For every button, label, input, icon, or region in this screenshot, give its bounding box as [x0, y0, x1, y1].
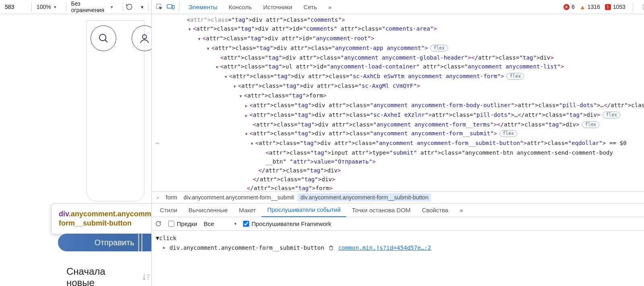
event-listener-row: ▶ div.anycomment.anycomment-form__submit… [156, 243, 644, 253]
crumb-form[interactable]: form [163, 193, 180, 201]
separator [633, 2, 633, 11]
tab-console[interactable]: Консоль [223, 0, 258, 14]
warnings-count: 1316 [588, 4, 600, 10]
subtab-properties[interactable]: Свойства [416, 203, 454, 217]
zoom-value: 100% [37, 4, 51, 10]
svg-line-1 [105, 40, 107, 42]
svg-rect-5 [172, 6, 174, 9]
subtabs-overflow-icon[interactable]: » [454, 203, 469, 217]
warnings-pill[interactable]: ▲1316 [580, 4, 600, 10]
sort-prefix: Сначала [66, 266, 105, 277]
event-source-link[interactable]: common.min.js?id=454d57e…:2 [338, 243, 431, 253]
preview-canvas: div.anycomment.anycomment-form__submit-b… [0, 14, 151, 286]
framework-checkbox[interactable]: Прослушиватели Framework [243, 220, 331, 227]
crumb-scroll-left[interactable]: ‹ [153, 194, 162, 201]
devtools-toolbar: Элементы Консоль Источники Сеть » ✕6 ▲13… [152, 0, 644, 14]
refresh-icon[interactable] [155, 220, 162, 227]
tab-sources[interactable]: Источники [258, 0, 298, 14]
framework-label: Прослушиватели Framework [252, 220, 331, 227]
subtab-event-listeners[interactable]: Прослушиватели событий [262, 203, 346, 217]
profile-button[interactable] [132, 25, 151, 51]
sort-mode: новые [66, 277, 95, 286]
throttling-value: Без ограничения [71, 0, 108, 13]
separator [123, 2, 123, 11]
crumb-submit[interactable]: div.anycomment.anycomment-form__submit [181, 193, 297, 201]
event-listeners-panel: ▼click ▶ div.anycomment.anycomment-form_… [152, 231, 644, 286]
device-menu-dropdown[interactable]: ▾ [137, 1, 147, 12]
sort-toggle[interactable]: Сначала новые [66, 266, 133, 286]
sort-icon[interactable] [141, 272, 151, 282]
device-toolbar: 100% Без ограничения ▾ [0, 0, 151, 14]
submit-label: Отправить [94, 238, 134, 247]
inspect-icon[interactable] [154, 1, 165, 12]
ancestors-checkbox[interactable]: Предки [168, 220, 197, 227]
svg-rect-4 [167, 4, 172, 8]
search-button[interactable] [91, 25, 116, 51]
separator [66, 2, 66, 11]
listener-scope-select[interactable]: Все▾ [204, 220, 237, 227]
zoom-select[interactable]: 100% [33, 2, 64, 12]
errors-pill[interactable]: ✕6 [564, 4, 575, 10]
tab-elements[interactable]: Элементы [183, 0, 223, 14]
element-inspect-tooltip: div.anycomment.anycomment-form__submit-b… [51, 203, 151, 234]
errors-count: 6 [572, 4, 575, 10]
tabs-overflow-icon[interactable]: » [322, 0, 337, 14]
breadcrumb: ‹ form div.anycomment.anycomment-form__s… [152, 191, 644, 203]
issues-pill[interactable]: !1053 [605, 4, 625, 10]
subtab-layout[interactable]: Макет [233, 203, 262, 217]
rotate-icon[interactable] [125, 1, 134, 12]
trash-icon[interactable] [328, 245, 334, 251]
svg-point-0 [99, 34, 106, 41]
listeners-filter-bar: Предки Все▾ Прослушиватели Framework [152, 217, 644, 231]
styles-subtabs: Стили Вычисленные Макет Прослушиватели с… [152, 203, 644, 217]
event-target-selector[interactable]: div.anycomment.anycomment-form__submit-b… [169, 243, 324, 253]
event-type-row[interactable]: ▼click [156, 233, 644, 243]
svg-point-2 [142, 35, 147, 39]
crumb-submit-button[interactable]: div.anycomment.anycomment-form__submit-b… [297, 193, 431, 201]
separator [149, 2, 149, 11]
subtab-dom-breakpoints[interactable]: Точки останова DOM [346, 203, 416, 217]
tooltip-selector: div.anycomment.anycomment-form__submit-b… [59, 209, 151, 228]
throttling-select[interactable]: Без ограничения [68, 2, 121, 12]
resize-handle[interactable] [138, 234, 142, 251]
tab-network[interactable]: Сеть [298, 0, 322, 14]
search-icon [97, 32, 109, 44]
subtab-styles[interactable]: Стили [154, 203, 183, 217]
scope-value: Все [204, 220, 214, 227]
subtab-computed[interactable]: Вычисленные [183, 203, 233, 217]
separator [179, 2, 180, 11]
separator [31, 2, 32, 11]
gear-icon[interactable] [640, 1, 644, 12]
ancestors-label: Предки [177, 220, 197, 227]
viewport-width-input[interactable] [2, 2, 30, 12]
issues-count: 1053 [613, 4, 625, 10]
user-icon [138, 32, 151, 44]
elements-tree[interactable]: <attr">class="tag">div attr">class="comm… [152, 14, 644, 191]
device-mode-icon[interactable] [165, 1, 176, 12]
submit-button[interactable]: Отправить [58, 234, 151, 251]
